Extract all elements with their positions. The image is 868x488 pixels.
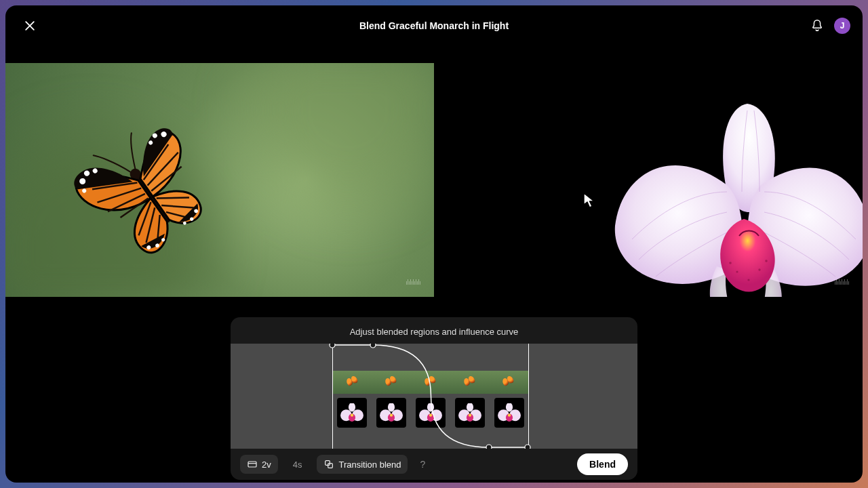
- track-b-thumb: [494, 398, 524, 428]
- curve-handle[interactable]: [486, 445, 492, 449]
- svg-point-17: [758, 268, 760, 270]
- blend-mode-label: Transition blend: [338, 460, 401, 470]
- svg-point-16: [736, 270, 738, 272]
- panel-title: Adjust blended regions and influence cur…: [231, 317, 637, 344]
- duration-label: 4s: [286, 455, 309, 474]
- svg-point-40: [506, 403, 513, 412]
- app-frame: Blend Graceful Monarch in Flight J: [5, 5, 863, 483]
- blend-panel: Adjust blended regions and influence cur…: [231, 317, 637, 480]
- bell-icon: [810, 18, 825, 33]
- video-count-label: 2v: [262, 460, 271, 470]
- preview-source-b[interactable]: [434, 63, 863, 297]
- svg-point-25: [388, 403, 395, 412]
- track-a-thumb: [372, 371, 412, 394]
- avatar[interactable]: J: [834, 18, 850, 34]
- bottom-bar: 2v 4s Transition blend ? Blend: [231, 449, 637, 480]
- track-source-a[interactable]: [333, 371, 528, 394]
- track-b-thumb: [337, 398, 367, 428]
- track-b-thumb: [416, 398, 446, 428]
- track-b-thumb: [376, 398, 406, 428]
- svg-point-24: [351, 414, 353, 417]
- blend-mode-chip[interactable]: Transition blend: [317, 455, 408, 474]
- preview-source-a[interactable]: [5, 63, 434, 297]
- svg-point-39: [469, 414, 471, 417]
- preview-row: [5, 63, 863, 297]
- svg-point-19: [747, 279, 749, 281]
- curve-handle[interactable]: [525, 445, 530, 449]
- svg-rect-47: [328, 464, 333, 468]
- svg-rect-46: [326, 461, 330, 466]
- blend-mode-icon: [323, 459, 334, 470]
- svg-point-20: [349, 403, 355, 412]
- help-button[interactable]: ?: [416, 456, 429, 472]
- svg-point-44: [508, 414, 511, 417]
- watermark: [835, 279, 849, 285]
- page-title: Blend Graceful Monarch in Flight: [5, 20, 863, 31]
- blend-button[interactable]: Blend: [577, 453, 628, 475]
- track-a-thumb: [411, 371, 450, 394]
- avatar-initial: J: [840, 21, 845, 30]
- header: Blend Graceful Monarch in Flight J: [5, 5, 863, 46]
- track-a-thumb: [489, 371, 528, 394]
- curve-handle[interactable]: [370, 344, 376, 348]
- svg-point-15: [729, 262, 732, 264]
- region-bounds[interactable]: [332, 344, 529, 449]
- track-source-b[interactable]: [333, 398, 528, 428]
- media-icon: [247, 459, 258, 470]
- track-a-thumb: [450, 371, 490, 394]
- header-actions: J: [810, 18, 850, 34]
- track-a-thumb: [333, 371, 372, 394]
- svg-point-35: [467, 403, 473, 412]
- svg-point-29: [390, 414, 393, 417]
- timeline[interactable]: [231, 344, 637, 449]
- curve-handle[interactable]: [330, 344, 335, 348]
- svg-rect-45: [248, 462, 256, 467]
- video-count-chip[interactable]: 2v: [240, 455, 278, 474]
- orchid-image: [591, 83, 863, 297]
- svg-point-18: [765, 260, 768, 262]
- close-button[interactable]: [23, 19, 37, 33]
- svg-point-34: [429, 414, 432, 417]
- track-b-thumb: [455, 398, 485, 428]
- close-icon: [23, 19, 37, 33]
- notifications-button[interactable]: [810, 18, 825, 33]
- svg-point-30: [427, 403, 434, 412]
- butterfly-image: [73, 97, 222, 287]
- watermark: [406, 279, 420, 285]
